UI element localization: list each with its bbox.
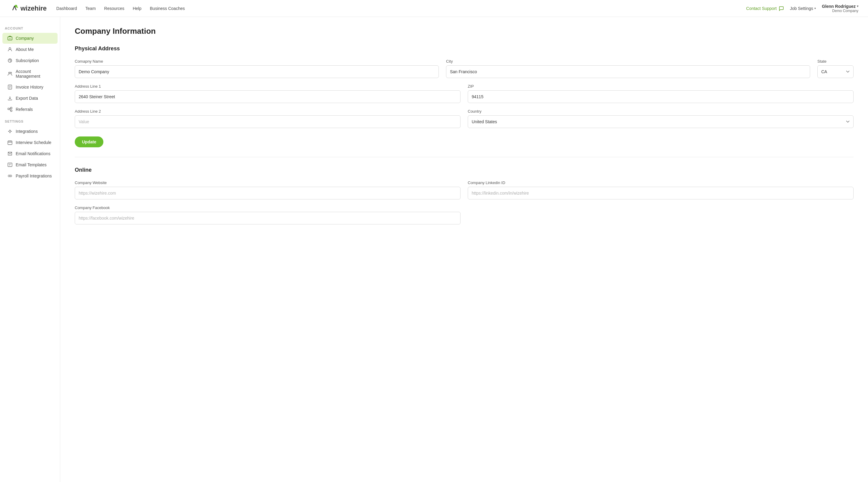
nav-dashboard[interactable]: Dashboard (56, 6, 77, 11)
svg-point-1 (17, 6, 18, 8)
form-row-facebook: Company Facebook (75, 205, 854, 224)
country-label: Country (468, 109, 854, 114)
sidebar-item-company[interactable]: Company (2, 33, 58, 44)
nav-team[interactable]: Team (85, 6, 96, 11)
sidebar-item-integrations[interactable]: Integrations (2, 126, 58, 137)
sidebar-item-subscription[interactable]: Subscription (2, 55, 58, 66)
sidebar-item-email-notifications[interactable]: Email Notifications (2, 148, 58, 159)
sidebar-item-referrals[interactable]: Referrals (2, 104, 58, 115)
website-label: Company Website (75, 181, 461, 185)
facebook-group: Company Facebook (75, 205, 461, 224)
header-right: Contact Support Job Settings ▾ Glenn Rod… (746, 4, 858, 13)
sidebar-item-account-management[interactable]: Account Management (2, 66, 58, 81)
form-row-company-city-state: Comapny Name City State CA NY TX (75, 59, 854, 78)
svg-point-16 (8, 175, 10, 177)
website-input[interactable] (75, 187, 461, 199)
zip-label: ZIP (468, 84, 854, 89)
address2-group: Address Line 2 (75, 109, 461, 128)
sidebar-item-interview-schedule[interactable]: Interview Schedule (2, 137, 58, 148)
user-name: Glenn Rodriguez ▾ (822, 4, 858, 9)
company-icon (7, 36, 13, 41)
payroll-integrations-icon (7, 173, 13, 179)
state-select[interactable]: CA NY TX (817, 65, 854, 78)
settings-section-label: Settings (0, 120, 60, 126)
logo-text: wizehire (21, 4, 47, 12)
address1-label: Address Line 1 (75, 84, 461, 89)
address1-input[interactable] (75, 90, 461, 103)
svg-rect-11 (10, 110, 12, 111)
sidebar-item-about-me[interactable]: About Me (2, 44, 58, 55)
user-chevron-icon: ▾ (857, 4, 858, 8)
nav-help[interactable]: Help (133, 6, 141, 11)
form-row-address2-country: Address Line 2 Country United States Can… (75, 109, 854, 128)
user-company: Demo Company (832, 9, 858, 13)
company-name-group: Comapny Name (75, 59, 439, 78)
sidebar-item-invoice-history[interactable]: Invoice History (2, 82, 58, 93)
main-content: Company Information Physical Address Com… (60, 17, 868, 482)
email-notifications-icon (7, 151, 13, 156)
svg-rect-13 (8, 141, 12, 144)
linkedin-group: Company Linkedin ID (468, 181, 854, 199)
sidebar-item-interview-schedule-label: Interview Schedule (16, 140, 51, 145)
svg-point-5 (8, 59, 12, 62)
svg-rect-15 (8, 163, 12, 167)
sidebar-item-about-me-label: About Me (16, 47, 34, 52)
linkedin-label: Company Linkedin ID (468, 181, 854, 185)
layout: Account Company About Me (0, 17, 868, 482)
update-button[interactable]: Update (75, 136, 103, 147)
sidebar: Account Company About Me (0, 17, 60, 482)
sidebar-item-subscription-label: Subscription (16, 58, 39, 63)
company-name-input[interactable] (75, 65, 439, 78)
sidebar-item-email-notifications-label: Email Notifications (16, 151, 50, 156)
svg-point-17 (10, 175, 12, 177)
physical-address-section-title: Physical Address (75, 45, 854, 52)
header: wizehire Dashboard Team Resources Help B… (0, 0, 868, 17)
sidebar-item-payroll-integrations[interactable]: Payroll Integrations (2, 170, 58, 181)
website-group: Company Website (75, 181, 461, 199)
facebook-input[interactable] (75, 212, 461, 224)
country-select[interactable]: United States Canada United Kingdom (468, 116, 854, 128)
city-input[interactable] (446, 65, 810, 78)
email-templates-icon (7, 162, 13, 167)
state-group: State CA NY TX (817, 59, 854, 78)
subscription-icon (7, 58, 13, 63)
nav-resources[interactable]: Resources (104, 6, 124, 11)
svg-rect-9 (8, 108, 9, 110)
sidebar-item-export-data[interactable]: Export Data (2, 93, 58, 104)
account-section-label: Account (0, 27, 60, 33)
sidebar-item-email-templates-label: Email Templates (16, 162, 46, 167)
city-label: City (446, 59, 810, 64)
svg-point-4 (9, 47, 11, 50)
linkedin-input[interactable] (468, 187, 854, 199)
svg-point-6 (9, 72, 10, 74)
account-management-icon (7, 71, 13, 76)
contact-support-button[interactable]: Contact Support (746, 6, 784, 11)
sidebar-item-referrals-label: Referrals (16, 107, 33, 112)
job-settings-chevron-icon: ▾ (814, 7, 816, 10)
zip-group: ZIP (468, 84, 854, 103)
sidebar-item-email-templates[interactable]: Email Templates (2, 159, 58, 170)
form-row-website-linkedin: Company Website Company Linkedin ID (75, 181, 854, 199)
page-title: Company Information (75, 27, 854, 36)
job-settings-label: Job Settings (790, 6, 813, 11)
logo[interactable]: wizehire (10, 4, 47, 13)
invoice-history-icon (7, 84, 13, 90)
integrations-icon (7, 129, 13, 134)
zip-input[interactable] (468, 90, 854, 103)
logo-icon (10, 4, 19, 13)
nav-business-coaches[interactable]: Business Coaches (150, 6, 185, 11)
about-me-icon (7, 47, 13, 52)
form-row-address1-zip: Address Line 1 ZIP (75, 84, 854, 103)
job-settings-button[interactable]: Job Settings ▾ (790, 6, 816, 11)
sidebar-item-export-data-label: Export Data (16, 96, 38, 101)
user-menu[interactable]: Glenn Rodriguez ▾ Demo Company (822, 4, 858, 13)
address1-group: Address Line 1 (75, 84, 461, 103)
online-section-title: Online (75, 167, 854, 173)
address2-label: Address Line 2 (75, 109, 461, 114)
svg-rect-10 (10, 107, 12, 109)
interview-schedule-icon (7, 140, 13, 145)
referrals-icon (7, 107, 13, 112)
address2-input[interactable] (75, 116, 461, 128)
header-left: wizehire Dashboard Team Resources Help B… (10, 4, 185, 13)
main-nav: Dashboard Team Resources Help Business C… (56, 6, 185, 11)
